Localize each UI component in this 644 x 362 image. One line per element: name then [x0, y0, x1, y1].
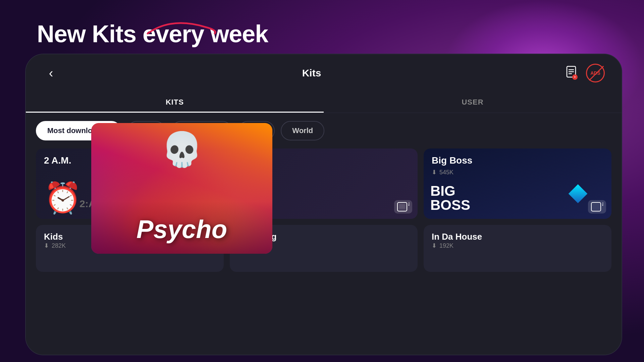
header-actions: + ADS [564, 64, 605, 82]
header-title: Kits [302, 67, 321, 79]
kit-action-2am[interactable]: ⬇ [394, 200, 412, 214]
kit-card-indahouse[interactable]: In Da House ⬇ 192K [424, 225, 611, 272]
tab-bar: KITS USER [26, 92, 622, 113]
svg-text:⬇: ⬇ [601, 202, 603, 207]
ads-button[interactable]: ADS [586, 64, 605, 82]
skull-art: 💀 [161, 130, 203, 169]
svg-text:+: + [574, 75, 576, 79]
filter-world[interactable]: World [281, 121, 324, 140]
document-icon: + [566, 66, 579, 80]
kit-action-bigboss[interactable]: ⬇ [588, 200, 606, 214]
back-button[interactable]: ‹ [43, 65, 59, 81]
back-arrow-icon: ‹ [49, 66, 53, 80]
psycho-title: Psycho [137, 215, 227, 244]
kit-title-indahouse: In Da House [432, 232, 603, 242]
svg-rect-5 [591, 202, 601, 211]
kit-card-big-boss[interactable]: Big Boss ⬇ 545K BIGBOSS ⬇ [424, 148, 611, 219]
download-icon-bigboss: ⬇ [432, 169, 437, 176]
kit-title-bigboss: Big Boss [432, 155, 603, 166]
phone-content: ‹ Kits + ADS [26, 54, 622, 355]
add-to-kit-icon: ⬇ [397, 202, 409, 212]
featured-psycho-card[interactable]: 💀 Psycho [91, 123, 272, 254]
document-button[interactable]: + [564, 65, 581, 81]
kit-downloads-indahouse: ⬇ 192K [432, 242, 603, 249]
phone-frame: ‹ Kits + ADS [25, 54, 622, 355]
tab-user[interactable]: USER [324, 92, 622, 113]
kit-downloads-bigboss: ⬇ 545K [432, 169, 603, 176]
download-icon-kids: ⬇ [44, 242, 49, 249]
download-icon-indahouse: ⬇ [432, 242, 437, 249]
app-header: ‹ Kits + ADS [26, 54, 622, 92]
add-bigboss-icon: ⬇ [591, 202, 603, 212]
tab-kits[interactable]: KITS [26, 92, 324, 113]
bigboss-art-text: BIGBOSS [430, 184, 470, 212]
swoop-decoration [144, 17, 218, 37]
clock-art: ⏰ [44, 180, 82, 216]
svg-text:⬇: ⬇ [407, 202, 409, 207]
